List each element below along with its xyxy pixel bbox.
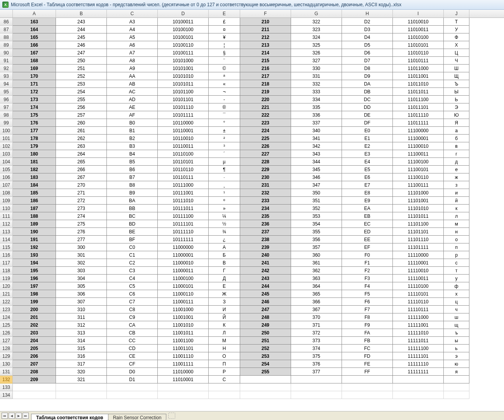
cell[interactable]: Б (209, 251, 240, 259)
column-header-A[interactable]: A (13, 10, 56, 18)
cell[interactable]: 186 (13, 197, 56, 205)
cell[interactable]: ¶ (209, 166, 240, 173)
cell[interactable]: М (209, 337, 240, 345)
cell[interactable]: 342 (291, 142, 342, 150)
cell[interactable]: 266 (56, 166, 107, 173)
cell[interactable]: 370 (291, 313, 342, 321)
cell[interactable]: BA (107, 197, 158, 205)
cell[interactable]: 374 (291, 345, 342, 352)
cell[interactable]: 229 (240, 166, 291, 173)
cell[interactable]: 181 (13, 158, 56, 166)
cell[interactable]: 310 (56, 306, 107, 313)
cell[interactable]: 11100000 (393, 127, 444, 135)
cell[interactable]: 10100100 (158, 26, 209, 33)
cell[interactable]: 179 (13, 142, 56, 150)
cell[interactable]: 178 (13, 135, 56, 142)
cell[interactable]: А (209, 243, 240, 251)
cell[interactable] (291, 383, 342, 391)
cell[interactable]: 346 (291, 173, 342, 181)
cell[interactable]: 10110111 (158, 173, 209, 181)
cell[interactable]: п (444, 243, 469, 251)
cell[interactable]: ю (444, 360, 469, 368)
cell[interactable]: 11101011 (393, 212, 444, 220)
cell[interactable]: 237 (240, 228, 291, 236)
cell[interactable]: A6 (107, 41, 158, 49)
row-header[interactable]: 101 (0, 135, 13, 142)
cell[interactable]: 354 (291, 220, 342, 228)
cell[interactable]: 222 (240, 111, 291, 119)
cell[interactable]: 11101001 (393, 197, 444, 205)
cell[interactable]: 10111001 (158, 189, 209, 197)
cell[interactable]: 238 (240, 236, 291, 243)
cell[interactable]: 244 (240, 282, 291, 290)
insert-sheet-icon[interactable] (168, 413, 175, 419)
cell[interactable]: 332 (291, 80, 342, 88)
cell[interactable]: CA (107, 321, 158, 329)
cell[interactable]: 176 (13, 119, 56, 127)
cell[interactable]: 247 (56, 49, 107, 57)
cell[interactable]: 10100111 (158, 49, 209, 57)
cell[interactable]: 243 (240, 275, 291, 282)
cell[interactable]: 11001111 (158, 360, 209, 368)
cell[interactable]: ´ (209, 150, 240, 158)
row-header[interactable]: 91 (0, 57, 13, 65)
cell[interactable]: D6 (342, 49, 393, 57)
cell[interactable]: 11011010 (393, 80, 444, 88)
cell[interactable]: D9 (342, 72, 393, 80)
cell[interactable]: 193 (13, 251, 56, 259)
cell[interactable]: 11010100 (393, 33, 444, 41)
cell[interactable]: 255 (240, 368, 291, 376)
cell[interactable]: З (209, 298, 240, 306)
cell[interactable]: 231 (240, 181, 291, 189)
cell[interactable]: в (444, 142, 469, 150)
cell[interactable]: 11000111 (158, 298, 209, 306)
cell[interactable]: 11110010 (393, 267, 444, 275)
row-header[interactable]: 131 (0, 368, 13, 376)
cell[interactable]: и (444, 189, 469, 197)
cell[interactable]: с (444, 259, 469, 267)
cell[interactable]: 216 (240, 65, 291, 72)
cell[interactable]: е (444, 166, 469, 173)
row-header[interactable]: 118 (0, 267, 13, 275)
cell[interactable]: 371 (291, 321, 342, 329)
cell[interactable]: 227 (240, 150, 291, 158)
cell[interactable]: С (209, 376, 240, 383)
cell[interactable]: 375 (291, 352, 342, 360)
cell[interactable]: Р (209, 368, 240, 376)
cell[interactable]: 11100110 (393, 173, 444, 181)
cell[interactable]: 314 (56, 337, 107, 345)
cell[interactable]: 10111101 (158, 220, 209, 228)
cell[interactable]: 245 (56, 33, 107, 41)
column-header-G[interactable]: G (291, 10, 342, 18)
cell[interactable]: Ф (444, 33, 469, 41)
cell[interactable]: AB (107, 80, 158, 88)
cell[interactable]: E8 (342, 189, 393, 197)
cell[interactable]: 11001010 (158, 321, 209, 329)
cell[interactable]: 10111100 (158, 212, 209, 220)
cell[interactable]: 363 (291, 275, 342, 282)
cell[interactable]: 197 (13, 282, 56, 290)
cell[interactable]: Ы (444, 88, 469, 96)
cell[interactable]: 11001011 (158, 329, 209, 337)
cell[interactable]: 11000110 (158, 290, 209, 298)
cell[interactable]: 165 (13, 33, 56, 41)
cell[interactable]: з (444, 181, 469, 189)
cell[interactable]: 192 (13, 243, 56, 251)
cell[interactable]: 223 (240, 119, 291, 127)
cell[interactable]: И (209, 306, 240, 313)
cell[interactable]: ¿ (209, 236, 240, 243)
row-header[interactable]: 116 (0, 251, 13, 259)
cell[interactable]: EC (342, 220, 393, 228)
row-header[interactable]: 132 (0, 376, 13, 383)
cell[interactable]: A4 (107, 26, 158, 33)
row-header[interactable]: 130 (0, 360, 13, 368)
cell[interactable]: 251 (240, 337, 291, 345)
cell[interactable]: Л (209, 329, 240, 337)
cell[interactable]: э (444, 352, 469, 360)
cell[interactable]: 11111010 (393, 329, 444, 337)
cell[interactable]: 245 (240, 290, 291, 298)
cell[interactable]: © (209, 65, 240, 72)
cell[interactable]: Г (209, 267, 240, 275)
cell[interactable]: 11111101 (393, 352, 444, 360)
cell[interactable]: C3 (107, 267, 158, 275)
